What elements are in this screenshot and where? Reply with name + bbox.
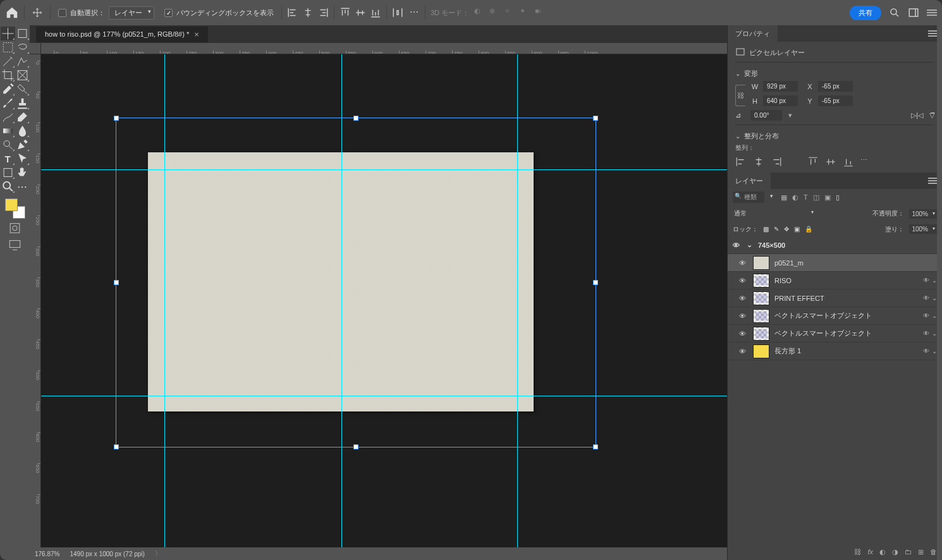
angle-input[interactable] [750,110,782,121]
blend-mode-dropdown[interactable]: 通常 [733,208,815,219]
filter-toggle-icon[interactable]: ▯ [836,193,840,202]
quick-select-tool[interactable] [15,54,30,68]
lasso-tool[interactable] [15,40,30,54]
stamp-tool[interactable] [15,96,30,110]
fx-indicator-icon[interactable]: 👁 [923,295,929,301]
ruler-horizontal[interactable]: 0501001502002503003504004505005506006507… [41,43,727,54]
color-swatches[interactable] [5,198,25,219]
document-tab[interactable]: how to riso.psd @ 177% (p0521_m, RGB/8#)… [36,27,208,42]
link-wh-icon[interactable]: ⛓ [735,85,745,106]
expand-fx-icon[interactable]: ⌄ [932,312,937,319]
visibility-icon[interactable]: 👁 [733,241,742,249]
layer-item[interactable]: 👁ベクトルスマートオブジェクト👁⌄ [728,307,942,325]
handle-e[interactable] [593,280,598,285]
group-icon[interactable]: 🗀 [905,548,912,556]
flip-v-icon[interactable]: ▽̅ [929,111,934,119]
lock-transparency-icon[interactable]: ▩ [763,226,769,233]
align-distribute-header[interactable]: 整列と分布 [735,129,934,143]
lock-all-icon[interactable]: 🔒 [805,226,812,233]
mask-icon[interactable]: ◐ [879,548,886,556]
expand-fx-icon[interactable]: ⌄ [932,295,937,301]
layer-item[interactable]: 👁p0521_m [728,254,942,272]
show-bbox-checkbox[interactable] [164,9,173,17]
angle-dropdown-icon[interactable]: ▾ [788,111,792,119]
path-select-tool[interactable] [15,152,30,166]
align-top-icon[interactable] [807,156,819,167]
align-vcenter-icon[interactable] [825,156,836,167]
pen-tool[interactable] [15,138,30,152]
blur-tool[interactable] [15,124,30,138]
expand-fx-icon[interactable]: ⌄ [932,330,937,337]
shape-tool[interactable] [1,166,15,180]
screen-mode-icon[interactable] [8,238,22,252]
delete-icon[interactable]: 🗑 [930,548,937,556]
handle-n[interactable] [353,116,358,121]
filter-type-icon[interactable]: T [804,193,808,202]
canvas-viewport[interactable] [41,54,727,547]
eyedropper-tool[interactable] [1,82,15,96]
align-left-icon[interactable] [287,7,298,18]
fx-indicator-icon[interactable]: 👁 [923,312,929,319]
align-top-icon[interactable] [339,7,351,18]
expand-fx-icon[interactable]: ⌄ [932,277,937,284]
handle-sw[interactable] [114,444,119,449]
crop-tool[interactable] [1,68,15,82]
align-hcenter-icon[interactable] [302,7,314,18]
lock-paint-icon[interactable]: ✎ [774,226,779,233]
frame-tool[interactable] [15,68,30,82]
artboard-tool[interactable] [15,27,30,40]
move-tool-icon[interactable] [30,8,45,18]
filter-adj-icon[interactable]: ◐ [792,193,798,202]
auto-select-checkbox[interactable] [58,9,66,17]
align-right-icon[interactable] [317,7,329,18]
align-bottom-icon[interactable] [843,156,854,167]
align-left-icon[interactable] [735,156,747,167]
layer-filter-dropdown[interactable]: 種類 [733,192,764,203]
wand-tool[interactable] [1,54,15,68]
y-input[interactable] [818,95,853,106]
handle-w[interactable] [114,280,119,285]
healing-tool[interactable] [15,82,30,96]
handle-s[interactable] [353,444,358,449]
align-more-icon[interactable]: ⋯ [860,156,872,167]
close-tab-icon[interactable]: × [194,30,199,39]
type-tool[interactable]: T [1,152,15,166]
layer-item[interactable]: 👁PRINT EFFECT👁⌄ [728,289,942,307]
edit-toolbar[interactable]: ⋯ [15,180,30,193]
share-button[interactable]: 共有 [850,6,881,20]
move-tool[interactable] [1,27,15,40]
visibility-icon[interactable]: 👁 [739,259,748,267]
visibility-icon[interactable]: 👁 [739,312,748,320]
handle-ne[interactable] [593,116,598,121]
status-caret-icon[interactable]: 〉 [155,549,161,558]
distribute-icon[interactable] [392,7,403,18]
brush-tool[interactable] [1,96,15,110]
ruler-vertical[interactable]: 0501001502002503003504004505005506006507… [30,54,41,547]
gradient-tool[interactable] [1,124,15,138]
layer-item[interactable]: 👁長方形 1👁⌄ [728,343,942,360]
layer-item[interactable]: 👁RISO👁⌄ [728,272,942,289]
workspace-icon[interactable] [908,7,919,18]
zoom-level[interactable]: 176.87% [35,551,59,557]
layer-item[interactable]: 👁ベクトルスマートオブジェクト👁⌄ [728,325,942,343]
dodge-tool[interactable] [1,138,15,152]
marquee-tool[interactable] [1,40,15,54]
align-right-icon[interactable] [771,156,782,167]
search-icon[interactable] [889,7,900,18]
width-input[interactable] [763,81,798,92]
new-layer-icon[interactable]: ⊞ [918,548,924,556]
fill-dropdown[interactable]: 100% [909,224,937,234]
history-brush-tool[interactable] [1,110,15,124]
fg-color-swatch[interactable] [5,198,18,211]
hand-tool[interactable] [15,166,30,180]
properties-tab[interactable]: プロパティ [728,25,778,42]
layers-tab[interactable]: レイヤー [728,173,771,190]
doc-size[interactable]: 1490 px x 1000 px (72 ppi) [70,551,144,557]
expand-fx-icon[interactable]: ⌄ [932,348,937,355]
zoom-tool[interactable] [1,180,15,193]
handle-se[interactable] [593,444,598,449]
lock-artboard-icon[interactable]: ▣ [794,226,800,233]
visibility-icon[interactable]: 👁 [739,348,748,355]
menu-icon[interactable] [927,9,937,16]
visibility-icon[interactable]: 👁 [739,330,748,338]
